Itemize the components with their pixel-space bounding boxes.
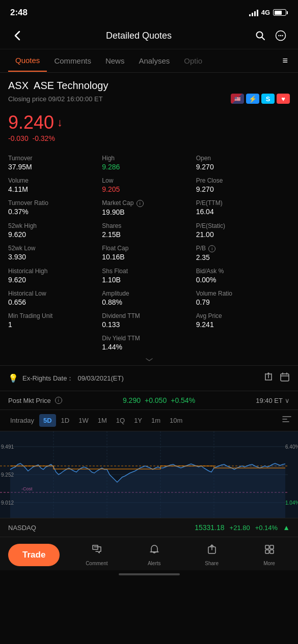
chart-tab-1q[interactable]: 1Q	[112, 414, 129, 427]
value-historical-low: 0.656	[8, 298, 102, 306]
chart-settings-icon[interactable]	[282, 414, 292, 427]
price-change-value: -0.030	[8, 134, 29, 142]
value-min-trading: 1	[8, 320, 102, 329]
us-flag-badge: 🇺🇸	[231, 94, 244, 104]
post-market-time: 19:40 ET ∨	[256, 397, 290, 404]
tab-news[interactable]: News	[98, 50, 132, 71]
chart-tab-1y[interactable]: 1Y	[130, 414, 146, 427]
chart-tab-1m[interactable]: 1M	[94, 414, 111, 427]
post-market-label: Post Mkt Price i	[8, 397, 62, 404]
label-open: Open	[196, 155, 290, 162]
chart-tab-1min[interactable]: 1m	[147, 414, 165, 427]
value-pre-close: 9.270	[196, 185, 290, 193]
value-shs-float: 1.10B	[102, 276, 196, 284]
post-market-change: +0.050	[145, 396, 167, 404]
post-market-expand-icon[interactable]: ∨	[285, 397, 290, 404]
tab-bar: Quotes Comments News Analyses Optio ≡	[0, 49, 298, 73]
label-turnover: Turnover	[8, 155, 102, 162]
data-cell-shs-float: Shs Float 1.10B	[102, 265, 196, 287]
tab-analyses[interactable]: Analyses	[131, 50, 177, 71]
nav-item-alerts[interactable]: Alerts	[125, 541, 183, 568]
svg-rect-25	[270, 550, 274, 553]
lightning-badge: ⚡	[246, 94, 259, 104]
pb-info-icon[interactable]: i	[208, 245, 215, 252]
value-market-cap: 19.90B	[102, 208, 196, 216]
bulb-icon: 💡	[8, 373, 18, 383]
search-button[interactable]	[251, 26, 269, 45]
value-open: 9.270	[196, 163, 290, 171]
label-bid-ask: Bid/Ask %	[196, 268, 290, 275]
label-pre-close: Pre Close	[196, 177, 290, 184]
chart-tab-5d[interactable]: 5D	[39, 414, 56, 427]
value-volume-ratio: 0.79	[196, 298, 290, 306]
nav-item-share[interactable]: Share	[183, 541, 240, 568]
stock-header: ASX ASE Technology Closing price 09/02 1…	[0, 73, 298, 108]
label-low: Low	[102, 177, 196, 184]
stock-name: ASE Technology	[34, 80, 108, 91]
label-dividend-ttm: Dividend TTM	[102, 312, 196, 319]
post-market-info-icon[interactable]: i	[55, 397, 62, 404]
chart-area: -Cost 9.491 9.252 9.012 6.40% 1.04%	[0, 431, 298, 518]
value-52wk-high: 9.620	[8, 230, 102, 239]
svg-text:9.012: 9.012	[1, 500, 14, 506]
nasdaq-label: NASDAQ	[8, 524, 36, 532]
value-pb: 2.35	[196, 253, 290, 261]
more-menu-button[interactable]	[272, 26, 290, 45]
market-cap-info-icon[interactable]: i	[137, 200, 144, 207]
nav-item-comment[interactable]: Comment	[68, 541, 125, 568]
tab-quotes[interactable]: Quotes	[8, 50, 47, 72]
tab-comments[interactable]: Comments	[47, 50, 98, 71]
label-52wk-high: 52wk High	[8, 222, 102, 229]
back-button[interactable]	[8, 26, 26, 45]
trade-button[interactable]: Trade	[8, 544, 60, 566]
chart-tab-1w[interactable]: 1W	[74, 414, 93, 427]
post-market-price: 9.290	[123, 396, 141, 404]
data-cell-52wk-high: 52wk High 9.620	[8, 219, 102, 242]
value-dividend-ttm: 0.133	[102, 320, 196, 329]
data-cell-52wk-low: 52wk Low 3.930	[8, 242, 102, 265]
share-icon[interactable]	[263, 372, 274, 385]
chart-tab-bar: Intraday 5D 1D 1W 1M 1Q 1Y 1m 10m	[0, 410, 298, 431]
share-nav-label: Share	[205, 561, 219, 566]
scroll-indicator	[0, 354, 298, 365]
data-cell-shares: Shares 2.15B	[102, 219, 196, 242]
comment-icon	[91, 543, 103, 559]
svg-rect-23	[270, 545, 274, 549]
current-price: 9.240 ↓	[8, 112, 290, 133]
data-cell-pre-close: Pre Close 9.270	[196, 174, 290, 196]
more-grid-icon	[263, 543, 276, 559]
value-volume: 4.11M	[8, 185, 102, 193]
chart-tab-1d[interactable]: 1D	[57, 414, 74, 427]
tab-overflow-icon[interactable]: ≡	[280, 49, 290, 72]
value-52wk-low: 3.930	[8, 253, 102, 261]
post-market-change-pct: +0.54%	[171, 396, 195, 404]
value-low: 9.205	[102, 185, 196, 193]
calendar-icon[interactable]	[280, 372, 290, 385]
svg-text:1.04%: 1.04%	[285, 500, 298, 506]
share-nav-icon	[206, 543, 218, 559]
ex-rights-label: Ex-Rights Date：	[22, 374, 73, 383]
price-value: 9.240	[8, 112, 54, 133]
comment-nav-label: Comment	[86, 561, 107, 566]
closing-price-label: Closing price 09/02 16:00:00 ET	[8, 95, 103, 103]
price-direction-icon: ↓	[57, 116, 63, 129]
home-bar	[119, 573, 180, 575]
signal-bars-icon	[249, 9, 258, 16]
data-cell-div-yield: Div Yield TTM 1.44%	[102, 332, 196, 354]
nav-item-more[interactable]: More	[240, 541, 298, 568]
label-pe-ttm: P/E(TTM)	[196, 199, 290, 207]
stock-ticker: ASX	[8, 80, 29, 91]
label-avg-price: Avg Price	[196, 312, 290, 319]
nasdaq-direction-icon: ▲	[283, 523, 290, 532]
value-shares: 2.15B	[102, 230, 196, 239]
tab-options[interactable]: Optio	[177, 50, 209, 71]
value-historical-high: 9.620	[8, 276, 102, 284]
data-cell-volume: Volume 4.11M	[8, 174, 102, 196]
svg-rect-22	[265, 545, 269, 549]
stock-badges: 🇺🇸 ⚡ S ♥	[231, 94, 290, 104]
post-market-values: 9.290 +0.050 +0.54%	[123, 396, 195, 404]
chart-tab-10min[interactable]: 10m	[166, 414, 186, 427]
data-cell-turnover-ratio: Turnover Ratio 0.37%	[8, 196, 102, 219]
chart-tab-intraday[interactable]: Intraday	[6, 414, 38, 427]
svg-point-4	[282, 35, 283, 36]
